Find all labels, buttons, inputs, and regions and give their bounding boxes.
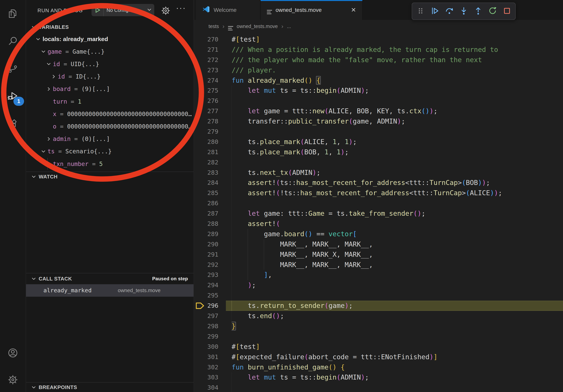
chevron-down-icon[interactable] [35,36,41,42]
tab-owned-tests-move[interactable]: owned_tests.move✕ [261,0,363,20]
line-number[interactable]: 271 [207,45,218,55]
watch-section-header[interactable]: WATCH [26,171,193,182]
line-number[interactable]: 279 [207,127,218,137]
code-editor[interactable]: 270#[test]271/// When a position is alre… [194,33,563,392]
chevron-right-icon[interactable] [45,86,52,92]
line-number[interactable]: 284 [207,178,218,188]
call-stack-section-header[interactable]: CALL STACK Paused on step [26,273,193,284]
line-number[interactable]: 272 [207,55,218,65]
chevron-down-icon[interactable] [40,48,47,55]
variable-row[interactable]: board = (9)[...] [26,83,193,95]
gutter[interactable]: 285 [194,188,231,198]
variable-row[interactable]: turn = 1 [26,95,193,108]
line-number[interactable]: 286 [207,198,218,209]
step-into-button[interactable] [458,5,470,17]
chevron-down-icon[interactable] [41,149,46,154]
activity-item-extensions[interactable] [0,112,26,135]
activity-item-run-and-debug[interactable]: 1 [0,84,26,108]
gutter[interactable]: 271 [194,45,231,55]
line-number[interactable]: 288 [207,219,218,229]
line-number[interactable]: 289 [207,229,218,239]
line-number[interactable]: 273 [207,65,218,75]
restart-button[interactable] [486,5,499,17]
variable-row[interactable]: game = Game{...} [26,45,193,58]
line-number[interactable]: 293 [207,270,218,280]
gutter[interactable]: 304 [194,382,231,392]
activity-item-search[interactable] [0,30,26,53]
line-number[interactable]: 302 [207,362,218,372]
close-icon[interactable]: ✕ [351,6,356,14]
more-actions-button[interactable]: ··· [176,3,186,13]
line-number[interactable]: 270 [207,34,218,45]
gutter[interactable]: 290 [194,239,231,249]
chevron-down-icon[interactable] [46,61,51,66]
gutter[interactable]: 278 [194,116,231,127]
activity-item-source-control[interactable] [0,57,26,80]
chevron-down-icon[interactable] [36,37,41,42]
breadcrumb-item[interactable]: tests [208,24,219,29]
gutter[interactable]: 287 [194,209,231,219]
call-stack-frame[interactable]: already_markedowned_tests.move [26,284,193,297]
continue-button[interactable] [429,5,441,17]
line-number[interactable]: 294 [207,280,218,290]
gutter[interactable]: 279 [194,127,231,137]
gutter[interactable]: 295 [194,290,231,301]
gutter[interactable]: 274 [194,75,231,86]
variable-row[interactable]: ts = Scenario{...} [26,145,193,158]
variable-row[interactable]: id = ID{...} [26,70,193,83]
line-number[interactable]: 297 [207,311,218,321]
chevron-right-icon[interactable] [50,73,57,80]
line-number[interactable]: 274 [207,75,218,86]
gutter[interactable]: 298 [194,321,231,331]
gutter[interactable]: 286 [194,198,231,209]
gutter[interactable]: 275 [194,85,231,96]
chevron-down-icon[interactable] [45,61,52,67]
line-number[interactable]: 298 [207,321,218,331]
variable-row[interactable]: admin = (0)[...] [26,133,193,145]
stop-button[interactable] [501,5,513,17]
gutter[interactable]: 299 [194,331,231,342]
line-number[interactable]: 299 [207,331,218,342]
breadcrumb-item[interactable]: ... [287,24,291,29]
gutter[interactable]: 272 [194,55,231,65]
start-debugging-button[interactable] [91,4,104,16]
line-number[interactable]: 277 [207,106,218,116]
line-number[interactable]: 283 [207,168,218,178]
gutter[interactable]: 294 [194,280,231,290]
gutter[interactable]: 293 [194,270,231,280]
gutter[interactable]: 270 [194,34,231,45]
line-number[interactable]: 278 [207,116,218,127]
breadcrumb-item[interactable]: owned_tests.move [237,24,278,29]
gutter[interactable]: 300 [194,342,231,352]
tab-welcome[interactable]: Welcome [196,0,261,20]
line-number[interactable]: 285 [207,188,218,198]
gutter[interactable]: 280 [194,137,231,147]
chevron-down-icon[interactable] [41,49,46,54]
launch-config-dropdown[interactable]: No Configur… [91,4,154,16]
step-out-button[interactable] [472,5,484,17]
chevron-right-icon[interactable] [51,74,56,79]
line-number[interactable]: 304 [207,382,218,392]
line-number[interactable]: 301 [207,352,218,362]
gutter[interactable]: 284 [194,178,231,188]
line-number[interactable]: 300 [207,342,218,352]
line-number[interactable]: 292 [207,260,218,270]
activity-item-account[interactable] [0,341,26,365]
gutter[interactable]: 273 [194,65,231,75]
gutter[interactable]: 288 [194,219,231,229]
variable-row[interactable]: id = UID{...} [26,58,193,70]
line-number[interactable]: 291 [207,249,218,260]
gutter[interactable]: 281 [194,147,231,157]
gutter[interactable]: 277 [194,106,231,116]
variable-row[interactable]: o = 0000000000000000000000000000000000… [26,120,193,133]
gutter[interactable]: 282 [194,157,231,168]
gutter[interactable]: 302 [194,362,231,372]
gutter[interactable]: 301 [194,352,231,362]
activity-item-settings[interactable] [0,368,26,392]
chevron-right-icon[interactable] [46,136,51,142]
activity-item-explorer[interactable] [0,2,26,26]
breakpoints-section-header[interactable]: BREAKPOINTS [26,382,193,392]
chevron-right-icon[interactable] [46,86,51,91]
chevron-down-icon[interactable] [40,148,47,155]
line-number[interactable]: 303 [207,372,218,382]
